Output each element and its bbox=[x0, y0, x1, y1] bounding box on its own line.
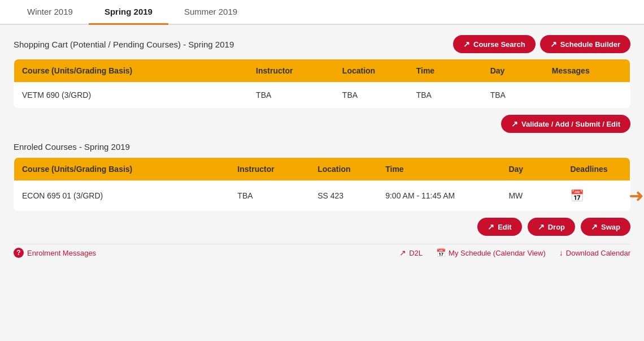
col-course: Course (Units/Grading Basis) bbox=[14, 59, 249, 83]
enr-col-day: Day bbox=[501, 158, 562, 181]
cart-location: TBA bbox=[334, 83, 408, 108]
external-link-icon: ↗ bbox=[463, 40, 470, 49]
shopping-cart-actions: ↗ Course Search ↗ Schedule Builder bbox=[453, 35, 630, 53]
enrolment-messages-link[interactable]: Enrolment Messages bbox=[27, 249, 96, 257]
download-icon: ↓ bbox=[559, 248, 563, 257]
footer-enrolment-messages[interactable]: ? Enrolment Messages bbox=[14, 248, 96, 258]
validate-row: ↗ Validate / Add / Submit / Edit bbox=[14, 115, 630, 133]
enr-instructor: TBA bbox=[229, 181, 310, 211]
validate-button[interactable]: ↗ Validate / Add / Submit / Edit bbox=[501, 115, 630, 133]
bottom-actions: ↗ Edit ↗ Drop ↗ Swap bbox=[14, 218, 630, 236]
cart-day: TBA bbox=[482, 83, 544, 108]
d2l-link[interactable]: ↗ D2L bbox=[399, 248, 423, 257]
shopping-cart-table: Course (Units/Grading Basis) Instructor … bbox=[14, 59, 630, 108]
enr-location: SS 423 bbox=[310, 181, 377, 211]
enrolled-table-header-row: Course (Units/Grading Basis) Instructor … bbox=[14, 158, 630, 181]
my-schedule-link[interactable]: 📅 My Schedule (Calendar View) bbox=[436, 248, 546, 257]
drop-button[interactable]: ↗ Drop bbox=[528, 218, 575, 236]
calendar-ext-icon: 📅 bbox=[436, 248, 446, 257]
enrolled-courses-header: Enroled Courses - Spring 2019 bbox=[14, 142, 630, 152]
course-search-button[interactable]: ↗ Course Search bbox=[453, 35, 536, 53]
cart-course-name: VETM 690 (3/GRD) bbox=[14, 83, 249, 108]
col-day: Day bbox=[482, 59, 544, 83]
download-calendar-link[interactable]: ↓ Download Calendar bbox=[559, 248, 630, 257]
col-time: Time bbox=[408, 59, 482, 83]
col-messages: Messages bbox=[544, 59, 630, 83]
schedule-builder-button[interactable]: ↗ Schedule Builder bbox=[540, 35, 630, 53]
enrolled-courses-table: Course (Units/Grading Basis) Instructor … bbox=[14, 157, 630, 211]
cart-messages bbox=[544, 83, 630, 108]
external-link-icon3: ↗ bbox=[511, 119, 518, 128]
enrolled-courses-title: Enroled Courses - Spring 2019 bbox=[14, 142, 130, 152]
enrolled-table-container: Course (Units/Grading Basis) Instructor … bbox=[14, 157, 630, 211]
tab-summer2019[interactable]: Summer 2019 bbox=[168, 0, 253, 25]
edit-button[interactable]: ↗ Edit bbox=[477, 218, 522, 236]
enr-deadlines[interactable]: 📅 bbox=[562, 181, 630, 211]
cart-instructor: TBA bbox=[248, 83, 334, 108]
cart-time: TBA bbox=[408, 83, 482, 108]
drop-ext-icon: ↗ bbox=[538, 222, 545, 231]
enr-col-time: Time bbox=[377, 158, 501, 181]
enr-col-location: Location bbox=[310, 158, 377, 181]
shopping-cart-title: Shopping Cart (Potential / Pending Cours… bbox=[14, 40, 234, 49]
enr-day: MW bbox=[501, 181, 562, 211]
edit-ext-icon: ↗ bbox=[488, 222, 494, 231]
swap-button[interactable]: ↗ Swap bbox=[581, 218, 630, 236]
enr-col-instructor: Instructor bbox=[229, 158, 310, 181]
enr-time: 9:00 AM - 11:45 AM bbox=[377, 181, 501, 211]
enr-col-deadlines: Deadlines bbox=[562, 158, 630, 181]
tab-spring2019[interactable]: Spring 2019 bbox=[89, 0, 168, 25]
col-instructor: Instructor bbox=[248, 59, 334, 83]
shopping-cart-table-header-row: Course (Units/Grading Basis) Instructor … bbox=[14, 59, 630, 83]
enr-course-name: ECON 695 01 (3/GRD) bbox=[14, 181, 230, 211]
shopping-cart-row-0: VETM 690 (3/GRD) TBA TBA TBA TBA bbox=[14, 83, 630, 108]
shopping-cart-header: Shopping Cart (Potential / Pending Cours… bbox=[14, 35, 630, 53]
footer-right-links: ↗ D2L 📅 My Schedule (Calendar View) ↓ Do… bbox=[399, 248, 630, 257]
enrolled-row-0: ECON 695 01 (3/GRD) TBA SS 423 9:00 AM -… bbox=[14, 181, 630, 211]
footer-links: ? Enrolment Messages ↗ D2L 📅 My Schedule… bbox=[14, 244, 630, 261]
main-content: Shopping Cart (Potential / Pending Cours… bbox=[0, 25, 644, 267]
external-link-icon2: ↗ bbox=[550, 40, 557, 49]
calendar-icon: 📅 bbox=[570, 189, 584, 202]
help-icon: ? bbox=[14, 248, 24, 258]
tab-winter2019[interactable]: Winter 2019 bbox=[11, 0, 89, 25]
tabs-bar: Winter 2019 Spring 2019 Summer 2019 bbox=[0, 0, 644, 25]
arrow-right-indicator: ➜ bbox=[629, 185, 644, 206]
swap-ext-icon: ↗ bbox=[591, 222, 598, 231]
d2l-ext-icon: ↗ bbox=[399, 248, 406, 257]
enr-col-course: Course (Units/Grading Basis) bbox=[14, 158, 230, 181]
col-location: Location bbox=[334, 59, 408, 83]
